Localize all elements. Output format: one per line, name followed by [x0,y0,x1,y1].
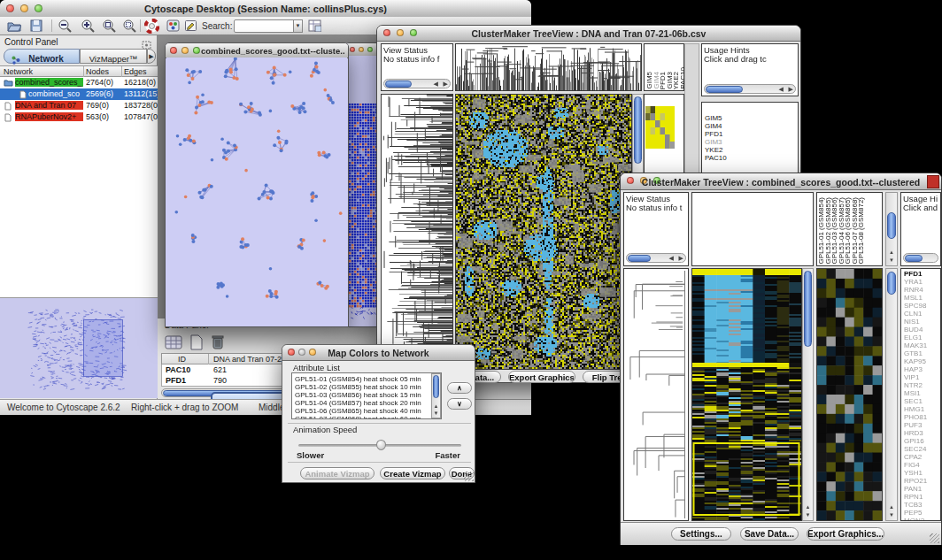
tab-network[interactable]: Network [4,49,80,64]
close-button[interactable] [350,47,355,52]
save-icon[interactable] [30,19,42,35]
gene-label[interactable]: HAP3 [904,365,927,373]
minimize-button[interactable] [181,47,189,54]
slider-thumb[interactable] [376,440,386,450]
tv2-column-dendrogram[interactable] [691,192,814,266]
scroll-right-arrow[interactable]: ▶ [444,80,448,88]
gene-label[interactable]: BUD4 [904,326,927,334]
gene-label[interactable]: MON2 [904,517,927,521]
vscroll-thumb[interactable] [433,375,439,398]
table-grid-icon[interactable] [165,334,182,354]
heatmap-canvas[interactable] [456,95,631,369]
gene-label[interactable]: VIP1 [904,373,927,381]
gene-label[interactable]: PFD1 [904,270,927,278]
scroll-up-arrow[interactable]: ▲ [432,403,440,409]
gene-label[interactable]: CLN1 [904,310,927,318]
scroll-down-arrow[interactable]: ▼ [886,512,897,518]
vscroll-thumb[interactable] [887,272,896,295]
gene-label[interactable]: NTR2 [904,381,927,389]
gene-label[interactable]: RNR4 [904,286,927,294]
close-button[interactable] [170,47,177,54]
scroll-right-arrow[interactable]: ▶ [789,85,793,94]
gene-label[interactable]: ELG1 [904,334,927,341]
row-tree-canvas[interactable] [624,269,688,520]
gene-label[interactable]: NIS1 [904,318,927,326]
vizmapper-icon[interactable] [166,19,180,35]
trash-icon[interactable] [211,334,225,354]
data-cell-value[interactable]: 621 [213,365,227,374]
gene-label[interactable]: GPI16 [904,437,927,445]
tv2-column-labels[interactable]: GPL51-01 (GSM854)GPL51-02 (GSM855)GPL51-… [816,192,883,266]
network-row-rnapuber[interactable]: RNAPuberNov2+ 563(0) 107847(0) [0,111,158,123]
usage-hints-hscrollbar[interactable]: ◀ ▶ [704,84,796,94]
tv2-column-labels-vscrollbar[interactable]: ▲ ▼ [885,192,898,266]
gene-label[interactable]: TCB3 [904,501,927,509]
gene-label[interactable]: SPC98 [904,302,927,310]
tv2-heatmap-vscrollbar[interactable]: ▲ ▼ [802,268,814,521]
gene-label[interactable]: MAK31 [904,341,927,349]
attribute-item[interactable]: GPL51-01 (GSM854) heat shock 05 min [295,375,421,383]
hscroll-thumb[interactable] [905,255,923,262]
gene-label[interactable]: PAN1 [904,485,927,493]
tv1-export-graphics-button[interactable]: Export Graphics... [508,371,575,383]
zoom-out-icon[interactable] [58,19,73,36]
col-edges[interactable]: Edges [124,67,147,76]
gene-label[interactable]: MSI1 [904,389,927,397]
attribute-item[interactable]: GPL51-03 (GSM856) heat shock 15 min [295,391,421,399]
tab-vizmapper[interactable]: VizMapper™ [80,49,147,64]
gene-label[interactable]: YKE2 [705,146,727,154]
scroll-left-arrow[interactable]: ◀ [669,254,674,263]
hscroll-thumb[interactable] [628,255,651,262]
zoom-selected-icon[interactable] [123,19,137,36]
zoom-fit-icon[interactable] [103,19,117,36]
scroll-down-arrow[interactable]: ▼ [432,410,440,416]
new-page-icon[interactable] [189,334,204,354]
zoom-in-icon[interactable] [81,19,96,36]
scroll-left-arrow[interactable]: ◀ [434,80,438,88]
zoom-button[interactable] [367,47,373,52]
tv1-row-dendrogram[interactable] [381,94,453,370]
data-col-id[interactable]: ID [178,355,186,364]
attribute-listbox[interactable]: GPL51-01 (GSM854) heat shock 05 minGPL51… [291,372,442,419]
tv1-heatmap[interactable] [455,94,632,370]
scroll-up-arrow[interactable]: ▲ [886,249,897,255]
tv1-column-labels[interactable]: GIM5GIM4PFD1GIM3YKE2PAC10 [644,43,684,91]
gene-label[interactable]: MSL1 [904,294,927,302]
tv2-zoom-heatmap[interactable] [816,268,883,521]
data-cell-id[interactable]: PFD1 [166,376,186,385]
animate-vizmap-button[interactable]: Animate Vizmap [300,467,374,479]
gene-label[interactable]: PAC10 [705,154,727,162]
tv2-gene-list[interactable]: PFD1YRA1RNR4MSL1SPC98CLN1NIS1BUD4ELG1MAK… [900,268,941,521]
network-view-canvas[interactable] [166,58,347,326]
tv2-zoom-vscrollbar[interactable]: ▲ ▼ [885,268,898,521]
animation-speed-slider[interactable] [298,440,461,450]
tv2-row-dendrogram[interactable] [623,268,689,521]
zoom-heatmap-canvas[interactable] [817,269,882,520]
vscroll-thumb[interactable] [887,212,896,239]
view-status-hscrollbar[interactable]: ◀ ▶ [626,253,686,263]
settings-button[interactable]: Settings... [671,527,731,541]
help-lifesaver-icon[interactable] [144,19,159,37]
move-up-button[interactable]: ∧ [447,382,472,394]
titlebar[interactable]: combined_scores_good.txt--cluste... [166,43,348,58]
create-vizmap-button[interactable]: Create Vizmap [380,467,445,479]
data-cell-value[interactable]: 790 [213,376,227,385]
row-tree-canvas[interactable] [382,95,452,369]
gene-label[interactable]: PHO81 [904,413,927,421]
gene-label[interactable]: YSH1 [904,469,927,477]
col-nodes[interactable]: Nodes [86,67,109,76]
scroll-right-arrow[interactable]: ▶ [679,254,683,263]
tab-overflow-button[interactable]: ▶ [147,49,156,64]
minimize-button[interactable] [359,47,364,52]
gene-label[interactable]: HMG1 [904,405,927,413]
scroll-up-arrow[interactable]: ▲ [886,504,897,510]
gene-label[interactable]: YRA1 [904,278,927,286]
hscroll-thumb[interactable] [706,86,743,93]
move-down-button[interactable]: ∨ [447,398,472,410]
gene-label[interactable]: FIG4 [904,461,927,469]
tv2-heatmap[interactable] [691,268,802,521]
col-network[interactable]: Network [4,67,33,76]
attribute-item[interactable]: GPL51-02 (GSM855) heat shock 10 min [295,383,421,391]
attribute-item[interactable]: GPL51-04 (GSM857) heat shock 20 min [295,399,421,407]
gene-label[interactable]: PFD1 [705,130,727,138]
